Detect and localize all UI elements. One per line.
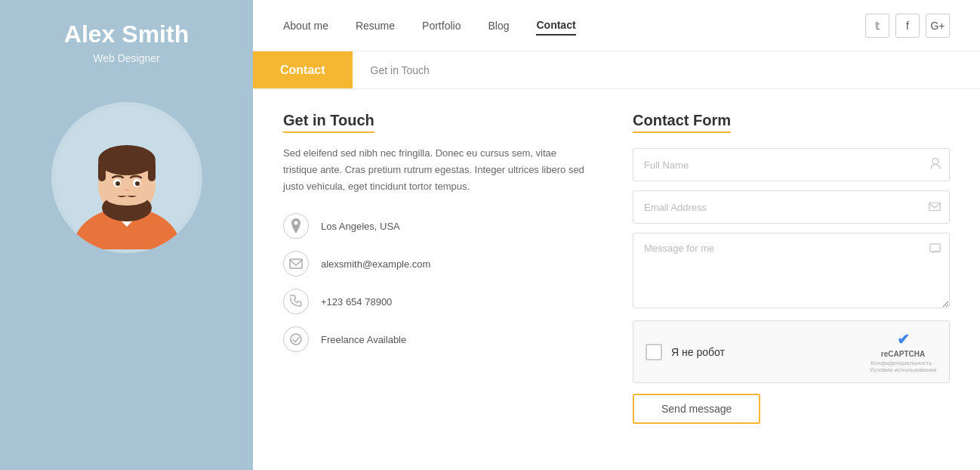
phone-text: +123 654 78900 [321,296,392,308]
twitter-icon: 𝕥 [875,20,880,32]
sidebar: Alex Smith Web Designer [0,0,253,470]
contact-form-title: Contact Form [633,112,731,133]
recaptcha-logo: ✔ [897,330,910,348]
avatar [51,102,202,253]
svg-rect-19 [930,244,941,252]
captcha-label: Я не робот [671,346,725,358]
right-column: Contact Form [633,112,950,447]
svg-point-11 [135,181,140,186]
content-area: Get in Touch Sed eleifend sed nibh nec f… [253,89,980,470]
message-input[interactable] [633,233,950,308]
send-message-button[interactable]: Send message [633,394,760,424]
fullname-field [633,148,950,181]
email-input[interactable] [633,190,950,224]
nav-contact[interactable]: Contact [536,16,575,36]
tab-contact[interactable]: Contact [253,51,353,88]
list-item: alexsmith@example.com [283,251,587,277]
googleplus-button[interactable]: G+ [926,14,950,38]
left-column: Get in Touch Sed eleifend sed nibh nec f… [283,112,587,447]
nav-resume[interactable]: Resume [356,17,395,35]
svg-point-14 [106,190,148,206]
email-text: alexsmith@example.com [321,258,430,270]
person-icon [930,158,941,172]
subtabs: Contact Get in Touch [253,51,980,89]
freelance-icon [283,326,309,352]
svg-point-16 [291,334,301,345]
recaptcha-brand: reCAPTCHA [881,350,925,358]
captcha-checkbox[interactable] [646,344,662,360]
list-item: Los Angeles, USA [283,213,587,239]
contact-info-list: Los Angeles, USA alexsmith@example.com [283,213,587,352]
main-content: About me Resume Portfolio Blog Contact 𝕥… [253,0,980,470]
captcha-box: Я не робот ✔ reCAPTCHA Конфиденциальност… [633,320,950,383]
svg-point-5 [98,145,156,175]
email-icon [283,251,309,277]
comment-icon [929,243,941,257]
social-icons: 𝕥 f G+ [865,14,950,38]
captcha-left: Я не робот [646,344,725,360]
location-icon [283,213,309,239]
nav-portfolio[interactable]: Portfolio [422,17,461,35]
freelance-text: Freelance Available [321,334,406,345]
facebook-button[interactable]: f [895,14,920,38]
recaptcha-subtext: Конфиденциальность · Условия использован… [869,360,937,373]
message-field [633,233,950,311]
googleplus-icon: G+ [930,20,945,32]
sidebar-title: Web Designer [93,52,159,64]
list-item: +123 654 78900 [283,289,587,314]
phone-icon [283,289,309,314]
svg-point-10 [116,181,120,186]
nav-about[interactable]: About me [283,17,328,35]
description-text: Sed eleifend sed nibh nec fringilla. Don… [283,145,587,195]
envelope-icon [929,201,941,214]
email-field [633,190,950,224]
top-navigation: About me Resume Portfolio Blog Contact 𝕥… [253,0,980,51]
captcha-right: ✔ reCAPTCHA Конфиденциальность · Условия… [869,330,937,373]
sidebar-name: Alex Smith [64,21,189,48]
svg-rect-7 [148,160,156,181]
tab-get-in-touch[interactable]: Get in Touch [353,51,448,88]
svg-rect-15 [290,259,302,268]
list-item: Freelance Available [283,326,587,352]
fullname-input[interactable] [633,148,950,181]
twitter-button[interactable]: 𝕥 [865,14,889,38]
nav-links: About me Resume Portfolio Blog Contact [283,16,576,36]
nav-blog[interactable]: Blog [488,17,509,35]
svg-point-17 [932,159,938,165]
svg-rect-6 [98,160,106,181]
get-in-touch-title: Get in Touch [283,112,374,133]
facebook-icon: f [906,20,909,32]
location-text: Los Angeles, USA [321,221,400,232]
